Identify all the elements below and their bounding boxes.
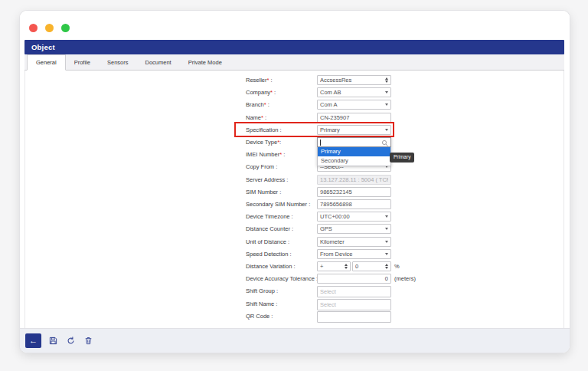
field-row-branch: Branch* :Com A bbox=[25, 100, 564, 110]
field-row-device-accuracy-tolerance: Device Accuracy Tolerance :0(meters) bbox=[25, 274, 564, 284]
speed-detection-value: From Device bbox=[320, 251, 385, 258]
device-timezone-select[interactable]: UTC+00:00 bbox=[317, 212, 391, 222]
company-value: Com AB bbox=[320, 89, 385, 96]
field-row-sim-number: SIM Number :9865232145 bbox=[25, 187, 564, 197]
shift-group-value: Select bbox=[320, 288, 388, 295]
secondary-sim-number-value: 7895656898 bbox=[320, 201, 388, 208]
sim-number-input[interactable]: 9865232145 bbox=[317, 187, 391, 197]
field-row-secondary-sim-number: Secondary SIM Number :7895656898 bbox=[25, 199, 564, 209]
distance-variation-sign-stepper[interactable]: + bbox=[317, 261, 351, 271]
distance-counter-value: GPS bbox=[320, 225, 385, 232]
chevron-down-icon bbox=[385, 91, 388, 94]
chevron-down-icon bbox=[385, 103, 388, 106]
distance-variation-amount-stepper[interactable]: 0 bbox=[352, 261, 391, 271]
field-label-qr-code: QR Code : bbox=[246, 311, 273, 321]
qr-code-input[interactable] bbox=[317, 311, 391, 323]
field-row-shift-group: Shift Group :Select bbox=[25, 286, 564, 296]
unit-of-distance-select[interactable]: Kilometer bbox=[317, 237, 391, 247]
minimize-window-icon[interactable] bbox=[45, 24, 54, 32]
tooltip: Primary bbox=[390, 153, 414, 163]
name-input[interactable]: CN-235907 bbox=[317, 113, 391, 123]
select-updown-icon bbox=[345, 264, 348, 270]
required-asterisk: * bbox=[261, 114, 263, 121]
tab-document[interactable]: Document bbox=[136, 54, 179, 70]
delete-button[interactable] bbox=[81, 333, 95, 348]
field-label-company: Company* : bbox=[246, 87, 276, 97]
required-asterisk: * bbox=[264, 101, 266, 108]
dropdown-option-primary[interactable]: Primary bbox=[318, 147, 390, 156]
device-accuracy-tolerance-input[interactable]: 0 bbox=[317, 274, 391, 284]
server-address-value: 13.127.228.11 : 5004 ( TCP ) bbox=[320, 176, 388, 183]
field-row-device-timezone: Device Timezone :UTC+00:00 bbox=[25, 212, 564, 222]
specification-value: Primary bbox=[320, 126, 385, 133]
field-label-unit-of-distance: Unit of Distance : bbox=[246, 237, 289, 247]
field-row-imei-number: IMEI Number* : bbox=[25, 149, 564, 159]
app-window: Object GeneralProfileSensorsDocumentPriv… bbox=[20, 11, 570, 353]
reset-button[interactable] bbox=[64, 333, 77, 348]
field-label-reseller: Reseller* : bbox=[246, 75, 273, 85]
dropdown-option-list: PrimarySecondary bbox=[317, 147, 391, 166]
field-row-distance-counter: Distance Counter :GPS bbox=[25, 224, 564, 234]
required-asterisk: * bbox=[279, 151, 282, 158]
tab-profile[interactable]: Profile bbox=[66, 54, 99, 70]
field-row-company: Company* :Com AB bbox=[25, 87, 564, 97]
field-label-server-address: Server Address : bbox=[246, 175, 288, 185]
speed-detection-select[interactable]: From Device bbox=[317, 249, 391, 259]
tab-general[interactable]: General bbox=[27, 54, 66, 71]
shift-group-input[interactable]: Select bbox=[317, 286, 391, 297]
close-window-icon[interactable] bbox=[29, 24, 38, 32]
device-timezone-value: UTC+00:00 bbox=[320, 213, 385, 220]
sim-number-value: 9865232145 bbox=[320, 189, 388, 195]
secondary-sim-number-input[interactable]: 7895656898 bbox=[317, 199, 391, 209]
shift-name-input[interactable]: Select bbox=[317, 299, 391, 310]
field-row-speed-detection: Speed Detection :From Device bbox=[25, 249, 564, 259]
dropdown-option-secondary[interactable]: Secondary bbox=[318, 156, 390, 166]
window-titlebar bbox=[20, 11, 570, 40]
chevron-down-icon bbox=[385, 241, 388, 243]
required-asterisk: * bbox=[270, 89, 273, 96]
arrow-left-icon: ← bbox=[29, 337, 38, 345]
field-label-imei-number: IMEI Number* : bbox=[246, 149, 285, 159]
tab-sensors[interactable]: Sensors bbox=[99, 54, 137, 70]
field-label-branch: Branch* : bbox=[246, 100, 270, 110]
field-label-name: Name* : bbox=[246, 113, 266, 123]
field-row-qr-code: QR Code : bbox=[25, 311, 564, 321]
unit-of-distance-value: Kilometer bbox=[320, 238, 385, 245]
branch-select[interactable]: Com A bbox=[317, 100, 391, 110]
select-updown-icon bbox=[385, 264, 388, 270]
field-label-distance-counter: Distance Counter : bbox=[246, 224, 293, 234]
zoom-window-icon[interactable] bbox=[61, 24, 70, 32]
reseller-select[interactable]: AccsessRes bbox=[317, 75, 391, 85]
server-address-input: 13.127.228.11 : 5004 ( TCP ) bbox=[317, 175, 391, 185]
field-row-copy-from: Copy From :--Select-- bbox=[25, 162, 564, 172]
field-row-device-type: Device Type*: bbox=[25, 137, 564, 147]
field-label-copy-from: Copy From : bbox=[246, 162, 277, 172]
distance-counter-select[interactable]: GPS bbox=[317, 224, 391, 234]
field-label-distance-variation: Distance Variation : bbox=[246, 261, 295, 271]
field-label-speed-detection: Speed Detection : bbox=[246, 249, 292, 259]
chevron-down-icon bbox=[385, 228, 388, 230]
search-icon bbox=[381, 140, 389, 147]
field-row-unit-of-distance: Unit of Distance :Kilometer bbox=[25, 237, 564, 247]
action-toolbar: ← bbox=[20, 328, 570, 353]
company-select[interactable]: Com AB bbox=[317, 87, 391, 97]
distance-variation-suffix-label: % bbox=[394, 261, 400, 271]
specification-select[interactable]: Primary bbox=[317, 125, 391, 135]
field-label-shift-group: Shift Group : bbox=[246, 286, 278, 296]
field-row-shift-name: Shift Name :Select bbox=[25, 299, 564, 309]
shift-name-value: Select bbox=[320, 301, 388, 308]
field-row-distance-variation: Distance Variation :+0% bbox=[25, 261, 564, 271]
tab-private-mode[interactable]: Private Mode bbox=[180, 54, 230, 70]
field-label-device-timezone: Device Timezone : bbox=[246, 212, 293, 222]
save-button[interactable] bbox=[46, 333, 60, 348]
text-cursor bbox=[320, 140, 321, 146]
field-label-specification: Specification : bbox=[246, 125, 282, 135]
refresh-icon bbox=[67, 337, 75, 345]
form-content: PrimarySecondary Primary Reseller* :Accs… bbox=[24, 71, 564, 328]
device-type-dropdown: PrimarySecondary bbox=[317, 137, 391, 166]
chevron-down-icon bbox=[385, 215, 388, 218]
field-row-reseller: Reseller* :AccsessRes bbox=[25, 75, 564, 85]
field-row-specification: Specification :Primary bbox=[25, 125, 564, 135]
dropdown-search-input[interactable] bbox=[317, 137, 391, 147]
back-button[interactable]: ← bbox=[25, 333, 41, 348]
